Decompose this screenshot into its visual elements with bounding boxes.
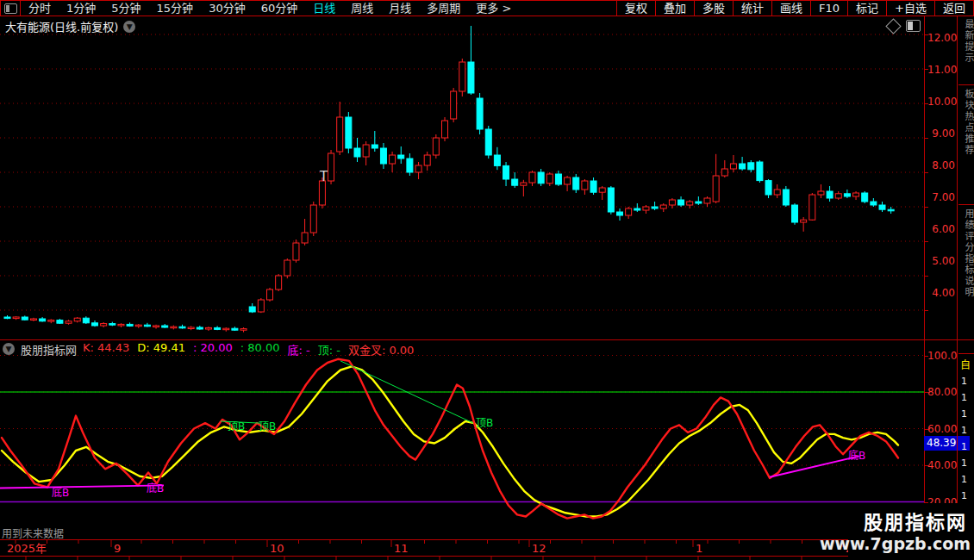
indicator-value: : 20.00	[193, 341, 233, 358]
period-tab-5分钟[interactable]: 5分钟	[103, 1, 148, 16]
right-strip-badge[interactable]: 自	[960, 357, 974, 371]
indicator-value: 顶: -	[318, 341, 340, 358]
action-button-统计[interactable]: 统计	[733, 1, 771, 16]
indicator-axis-label: 60.00	[927, 424, 955, 434]
right-strip-tab[interactable]: 用绩评分指标说明	[958, 205, 974, 354]
right-strip-tab[interactable]: 最新提示	[958, 16, 974, 85]
right-strip-item[interactable]: 1	[961, 422, 974, 439]
right-strip-item[interactable]: 1	[961, 373, 974, 389]
indicator-value: D: 49.41	[137, 341, 185, 358]
top-toolbar: 分时1分钟5分钟15分钟30分钟60分钟日线周线月线多周期更多 > 复权叠加多股…	[0, 0, 974, 16]
period-tab-多周期[interactable]: 多周期	[419, 1, 468, 16]
period-tab-月线[interactable]: 月线	[381, 1, 419, 16]
indicator-collapse-icon[interactable]: ▼	[3, 343, 15, 355]
indicator-value: K: 44.43	[83, 341, 129, 358]
action-button-复权[interactable]: 复权	[616, 1, 655, 16]
indicator-axis-label: 40.00	[927, 460, 955, 470]
chart-annotation-T: T	[319, 169, 328, 184]
top-signal-label: 顶B	[228, 420, 245, 432]
action-button-返回[interactable]: 返回	[934, 1, 973, 16]
diamond-marker-icon[interactable]	[885, 18, 901, 34]
app-window: 分时1分钟5分钟15分钟30分钟60分钟日线周线月线多周期更多 > 复权叠加多股…	[0, 0, 974, 560]
indicator-header: ▼ 股朋指标网 K: 44.43D: 49.41: 20.00: 80.00底:…	[0, 341, 414, 357]
price-axis-label: 6.00	[927, 224, 955, 234]
right-strip-item[interactable]: 1	[961, 439, 974, 455]
indicator-value: 底: -	[288, 341, 310, 358]
candlestick-chart[interactable]: T	[0, 16, 924, 340]
year-label: 2025年	[7, 542, 47, 555]
period-tab-60分钟[interactable]: 60分钟	[253, 1, 306, 16]
layout-toggle-button[interactable]	[1, 1, 21, 16]
indicator-axis-label: 80.00	[927, 387, 955, 397]
action-button-标记[interactable]: 标记	[847, 1, 886, 16]
month-label: 12	[532, 542, 546, 555]
period-tab-更多 >[interactable]: 更多 >	[468, 1, 519, 16]
indicator-value: : 80.00	[240, 341, 280, 358]
period-tab-周线[interactable]: 周线	[343, 1, 381, 16]
indicator-axis-label: 100.0	[927, 351, 955, 361]
month-label: 10	[270, 542, 284, 555]
future-data-note: 用到未来数据	[2, 526, 64, 540]
title-dropdown-icon[interactable]: ▼	[123, 21, 135, 33]
indicator-value: 双金叉: 0.00	[348, 341, 414, 358]
price-axis-label: 5.00	[927, 256, 955, 266]
month-label: 9	[114, 542, 121, 555]
right-strip-tab[interactable]: 板块热点推荐	[958, 85, 974, 205]
action-button-F10[interactable]: F10	[810, 1, 847, 16]
price-axis-label: 8.00	[927, 160, 955, 171]
top-signal-label: 顶B	[259, 420, 276, 432]
action-buttons: 复权叠加多股统计画线F10标记+自选返回	[616, 1, 973, 16]
split-window-icon	[4, 3, 17, 14]
price-axis-label: 11.00	[927, 65, 955, 75]
right-strip-item[interactable]: 1	[961, 389, 974, 406]
indicator-values: K: 44.43D: 49.41: 20.00: 80.00底: -顶: -双金…	[83, 341, 414, 358]
period-tab-30分钟[interactable]: 30分钟	[201, 1, 253, 16]
period-tab-15分钟[interactable]: 15分钟	[149, 1, 202, 16]
period-tab-日线[interactable]: 日线	[305, 1, 343, 16]
month-label: 11	[394, 542, 409, 555]
bottom-signal-label: 底B	[147, 482, 164, 495]
period-tab-1分钟[interactable]: 1分钟	[59, 1, 103, 16]
watermark-url: www.7gpzb.com	[820, 534, 974, 553]
bottom-signal-label: 底B	[52, 486, 69, 499]
action-button-+自选[interactable]: +自选	[886, 1, 934, 16]
price-axis-label: 12.00	[927, 33, 955, 43]
top-signal-label: 顶B	[476, 417, 493, 429]
price-axis-label: 7.00	[927, 192, 955, 202]
right-tab-strip[interactable]: 最新提示板块热点推荐用绩评分指标说明自11111111	[957, 16, 974, 560]
watermark: 股朋指标网 www.7gpzb.com	[848, 503, 974, 560]
action-button-画线[interactable]: 画线	[771, 1, 810, 16]
axis-divider	[924, 16, 925, 556]
price-axis-label: 10.00	[927, 96, 955, 107]
action-button-多股[interactable]: 多股	[694, 1, 733, 16]
indicator-brand: 股朋指标网	[21, 341, 77, 358]
period-tab-分时[interactable]: 分时	[21, 1, 59, 16]
action-button-叠加[interactable]: 叠加	[655, 1, 694, 16]
panel-layout-icon[interactable]	[906, 20, 921, 32]
right-strip-item[interactable]: 1	[961, 406, 974, 422]
month-label: 1	[696, 542, 702, 555]
watermark-site-name: 股朋指标网	[864, 507, 974, 534]
price-axis-label: 4.00	[927, 288, 955, 298]
chart-title: 大有能源(日线.前复权)	[5, 18, 118, 34]
bottom-signal-label: 底B	[848, 449, 865, 462]
kdj-indicator-chart[interactable]: 顶B顶B顶B底B底B底B	[0, 353, 924, 539]
period-menu: 分时1分钟5分钟15分钟30分钟60分钟日线周线月线多周期更多 >	[21, 1, 519, 16]
right-strip-item[interactable]: 1	[961, 455, 974, 471]
right-strip-item[interactable]: 1	[961, 471, 974, 488]
right-strip-item[interactable]: 1	[961, 488, 974, 504]
price-axis-label: 9.00	[927, 128, 955, 139]
